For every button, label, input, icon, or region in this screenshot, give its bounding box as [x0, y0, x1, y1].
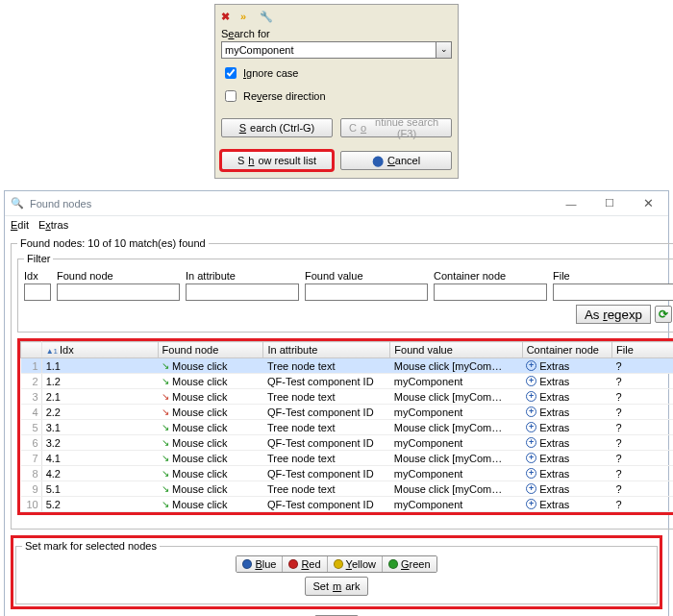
- row-number: 5: [21, 420, 42, 435]
- expand-icon[interactable]: +: [526, 360, 536, 371]
- row-number: 7: [21, 451, 42, 466]
- cell-idx: 2.2: [41, 405, 158, 420]
- wrench-icon[interactable]: 🔧: [260, 11, 273, 24]
- table-row[interactable]: 63.2↘Mouse clickQF-Test component IDmyCo…: [21, 435, 674, 451]
- table-row[interactable]: 32.1↘Mouse clickTree node textMouse clic…: [21, 389, 674, 405]
- cancel-button[interactable]: ⬤ Cancel: [340, 151, 452, 170]
- window-maximize-button[interactable]: ☐: [591, 193, 628, 214]
- table-row[interactable]: 11.1↘Mouse clickTree node textMouse clic…: [21, 358, 674, 374]
- mark-green-button[interactable]: Green: [383, 556, 436, 572]
- col-rownum[interactable]: [21, 342, 42, 358]
- search-for-label: Search for: [221, 28, 452, 39]
- cell-container-node: +Extras: [522, 435, 611, 451]
- search-toolbar: ✖ » 🔧: [221, 9, 452, 28]
- cell-found-node: ↘Mouse click: [158, 420, 263, 435]
- expand-icon[interactable]: +: [526, 453, 536, 463]
- cell-in-attribute: QF-Test component ID: [263, 374, 390, 389]
- table-row[interactable]: 105.2↘Mouse clickQF-Test component IDmyC…: [21, 497, 674, 512]
- expand-icon[interactable]: +: [526, 407, 536, 417]
- mouse-click-icon: ↘: [162, 360, 169, 371]
- expand-icon[interactable]: +: [526, 483, 536, 494]
- filter-file-input[interactable]: [553, 283, 673, 301]
- mouse-click-icon: ↘: [162, 391, 169, 402]
- cancel-icon: ⬤: [372, 155, 384, 167]
- search-button[interactable]: Search (Ctrl-G): [221, 118, 333, 137]
- col-file[interactable]: File: [612, 342, 673, 358]
- set-mark-button[interactable]: Set mark: [305, 577, 369, 596]
- as-regexp-button[interactable]: As regexp: [576, 305, 651, 324]
- cell-file: ?: [612, 358, 673, 374]
- col-found-node[interactable]: Found node: [158, 342, 263, 358]
- col-container-node[interactable]: Container node: [522, 342, 611, 358]
- cell-container-node: +Extras: [522, 466, 611, 481]
- cell-file: ?: [612, 405, 673, 420]
- cell-file: ?: [612, 389, 673, 405]
- cell-found-value: myComponent: [390, 497, 522, 512]
- menu-edit[interactable]: Edit: [11, 219, 29, 231]
- filter-container-node-label: Container node: [434, 270, 547, 283]
- results-table-highlight: ▲1Idx Found node In attribute Found valu…: [17, 338, 673, 515]
- table-row[interactable]: 53.1↘Mouse clickTree node textMouse clic…: [21, 420, 674, 435]
- mouse-click-icon: ↘: [162, 437, 169, 448]
- cell-in-attribute: Tree node text: [263, 420, 390, 435]
- table-row[interactable]: 95.1↘Mouse clickTree node textMouse clic…: [21, 481, 674, 497]
- mouse-click-icon: ↘: [162, 422, 169, 432]
- window-minimize-button[interactable]: [553, 193, 589, 214]
- close-icon[interactable]: ✖: [221, 11, 235, 24]
- show-result-list-button[interactable]: Show result list: [221, 151, 333, 170]
- cell-in-attribute: QF-Test component ID: [263, 435, 390, 451]
- filter-group: Filter Idx Found node In attribute: [17, 253, 673, 333]
- cell-found-value: Mouse click [myCom…: [390, 389, 522, 405]
- table-row[interactable]: 84.2↘Mouse clickQF-Test component IDmyCo…: [21, 466, 674, 481]
- filter-in-attribute-input[interactable]: [186, 283, 299, 301]
- col-found-value[interactable]: Found value: [390, 342, 522, 358]
- cell-found-value: myComponent: [390, 435, 522, 451]
- filter-idx-input[interactable]: [24, 283, 51, 301]
- cell-idx: 4.1: [41, 451, 158, 466]
- filter-container-node-input[interactable]: [434, 283, 547, 301]
- mark-blue-button[interactable]: Blue: [237, 556, 283, 572]
- table-row[interactable]: 74.1↘Mouse clickTree node textMouse clic…: [21, 451, 674, 466]
- table-row[interactable]: 21.2↘Mouse clickQF-Test component IDmyCo…: [21, 374, 674, 389]
- expand-icon[interactable]: +: [526, 437, 536, 448]
- fast-forward-icon[interactable]: »: [240, 11, 254, 24]
- mark-yellow-button[interactable]: Yellow: [328, 556, 383, 572]
- expand-icon[interactable]: +: [526, 422, 536, 432]
- continue-search-button[interactable]: Continue search (F3): [340, 118, 452, 137]
- menubar: Edit Extras: [5, 216, 668, 234]
- apply-filter-button[interactable]: ⟳: [655, 306, 672, 323]
- expand-icon[interactable]: +: [526, 499, 536, 509]
- filter-found-node-label: Found node: [57, 270, 180, 283]
- search-dropdown-button[interactable]: ⌄: [436, 41, 452, 59]
- mouse-click-icon: ↘: [162, 483, 169, 494]
- expand-icon[interactable]: +: [526, 468, 536, 479]
- expand-icon[interactable]: +: [526, 376, 536, 386]
- col-in-attribute[interactable]: In attribute: [263, 342, 390, 358]
- ignore-case-checkbox[interactable]: [225, 67, 237, 79]
- row-number: 2: [21, 374, 42, 389]
- menu-extras[interactable]: Extras: [38, 219, 68, 231]
- cell-file: ?: [612, 466, 673, 481]
- cell-file: ?: [612, 451, 673, 466]
- search-input[interactable]: [221, 41, 436, 59]
- col-idx[interactable]: ▲1Idx: [41, 342, 158, 358]
- cell-found-node: ↘Mouse click: [158, 358, 263, 374]
- cell-container-node: +Extras: [522, 389, 611, 405]
- set-mark-group: Set mark for selected nodes Blue Red Yel…: [15, 540, 658, 604]
- filter-found-value-input[interactable]: [305, 283, 428, 301]
- table-row[interactable]: 42.2↘Mouse clickQF-Test component IDmyCo…: [21, 405, 674, 420]
- window-close-button[interactable]: [630, 193, 666, 214]
- filter-found-value-label: Found value: [305, 270, 428, 283]
- cell-idx: 1.2: [41, 374, 158, 389]
- expand-icon[interactable]: +: [526, 391, 536, 402]
- cell-in-attribute: QF-Test component ID: [263, 497, 390, 512]
- results-table[interactable]: ▲1Idx Found node In attribute Found valu…: [20, 341, 673, 512]
- filter-found-node-input[interactable]: [57, 283, 180, 301]
- mouse-click-icon: ↘: [162, 376, 169, 386]
- mark-red-button[interactable]: Red: [283, 556, 327, 572]
- window-title: Found nodes: [30, 198, 553, 209]
- reverse-direction-checkbox[interactable]: [225, 90, 237, 102]
- found-nodes-window: 🔍 Found nodes ☐ Edit Extras Found nodes:…: [4, 190, 669, 616]
- cell-container-node: +Extras: [522, 374, 611, 389]
- cell-container-node: +Extras: [522, 358, 611, 374]
